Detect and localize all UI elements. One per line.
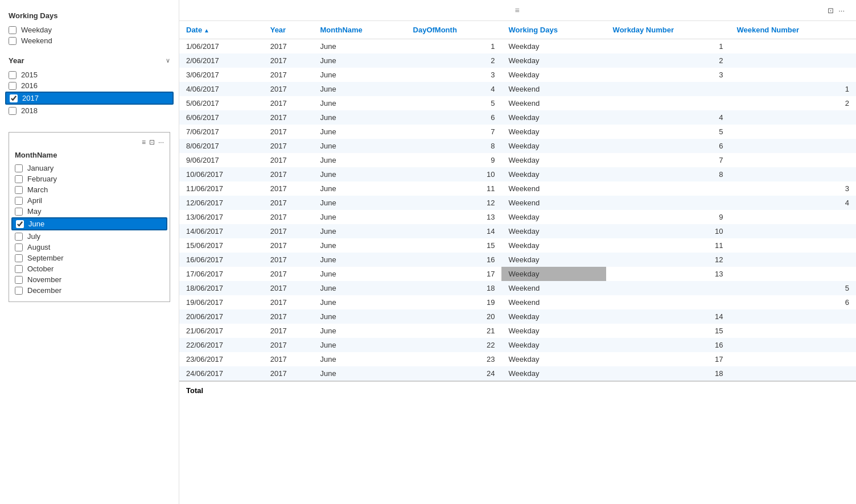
month-july-checkbox[interactable] (15, 233, 23, 241)
table-cell: 2017 (264, 309, 314, 324)
table-cell: 18/06/2017 (179, 281, 264, 295)
col-year[interactable]: Year (264, 21, 314, 39)
year-chevron-icon[interactable]: ∨ (166, 57, 170, 64)
month-may-checkbox[interactable] (15, 208, 23, 216)
table-row: 1/06/20172017June1Weekday1 (179, 39, 856, 54)
table-cell: Weekday (501, 139, 606, 153)
table-cell (730, 153, 856, 167)
month-december-checkbox[interactable] (15, 287, 23, 295)
table-cell: 9 (406, 153, 502, 167)
month-february-checkbox[interactable] (15, 175, 23, 183)
table-cell (606, 82, 730, 96)
table-cell: 14 (406, 224, 502, 238)
month-august-checkbox[interactable] (15, 243, 23, 251)
top-bar: ≡ ⊡ ··· (179, 0, 856, 21)
month-october-checkbox[interactable] (15, 265, 23, 273)
month-december-item[interactable]: December (15, 285, 164, 296)
table-cell (730, 253, 856, 267)
table-cell: 2017 (264, 167, 314, 181)
col-weekend-number[interactable]: Weekend Number (730, 21, 856, 39)
table-cell: 7/06/2017 (179, 125, 264, 139)
table-cell (730, 238, 856, 253)
col-date[interactable]: Date (179, 21, 264, 39)
maximize-window-icon[interactable]: ⊡ (828, 6, 834, 15)
footer-empty-2 (313, 381, 406, 399)
month-january-checkbox[interactable] (15, 164, 23, 172)
table-cell (730, 39, 856, 54)
table-header-row: Date Year MonthName DayOfMonth Working D… (179, 21, 856, 39)
table-cell: Weekday (501, 210, 606, 224)
month-november-item[interactable]: November (15, 274, 164, 285)
year-2017-checkbox[interactable] (10, 94, 18, 102)
table-cell: 1 (730, 82, 856, 96)
col-working-days[interactable]: Working Days (501, 21, 606, 39)
month-september-item[interactable]: September (15, 253, 164, 263)
table-cell: Weekday (501, 309, 606, 324)
month-february-item[interactable]: February (15, 173, 164, 184)
table-footer-row: Total (179, 381, 856, 399)
table-cell: 5 (606, 125, 730, 139)
year-2017-item[interactable]: 2017 (5, 92, 174, 105)
weekend-checkbox[interactable] (9, 37, 17, 45)
table-cell: 17 (406, 267, 502, 281)
month-list-icon[interactable]: ≡ (142, 138, 146, 146)
month-june-item[interactable]: June (11, 217, 167, 230)
year-2018-checkbox[interactable] (9, 107, 17, 115)
month-march-item[interactable]: March (15, 184, 164, 195)
table-cell: 10/06/2017 (179, 167, 264, 181)
col-workday-number[interactable]: Workday Number (606, 21, 730, 39)
year-2018-label: 2018 (21, 106, 38, 115)
year-2016-checkbox[interactable] (9, 82, 17, 90)
month-september-checkbox[interactable] (15, 254, 23, 262)
data-table-container[interactable]: Date Year MonthName DayOfMonth Working D… (179, 21, 856, 504)
month-april-checkbox[interactable] (15, 197, 23, 205)
table-cell: 6 (406, 110, 502, 125)
table-row: 18/06/20172017June18Weekend5 (179, 281, 856, 295)
year-2015-item[interactable]: 2015 (9, 69, 170, 80)
table-cell: 24/06/2017 (179, 366, 264, 381)
month-august-label: August (27, 243, 50, 251)
weekday-checkbox[interactable] (9, 26, 17, 34)
table-row: 24/06/20172017June24Weekday18 (179, 366, 856, 381)
table-cell: Weekend (501, 295, 606, 309)
table-row: 15/06/20172017June15Weekday11 (179, 238, 856, 253)
month-september-label: September (27, 254, 64, 262)
table-cell: 18 (606, 366, 730, 381)
year-filter-header: Year ∨ (9, 56, 170, 65)
table-cell: 2017 (264, 295, 314, 309)
month-june-checkbox[interactable] (16, 220, 24, 228)
month-april-item[interactable]: April (15, 195, 164, 206)
weekday-filter-item[interactable]: Weekday (9, 24, 170, 35)
table-cell: 8 (606, 167, 730, 181)
month-january-item[interactable]: January (15, 163, 164, 173)
month-october-item[interactable]: October (15, 263, 164, 274)
table-cell: 2017 (264, 253, 314, 267)
year-2015-checkbox[interactable] (9, 71, 17, 79)
year-2018-item[interactable]: 2018 (9, 105, 170, 116)
table-cell: 2017 (264, 196, 314, 210)
table-cell: 5 (406, 96, 502, 110)
col-dayofmonth[interactable]: DayOfMonth (406, 21, 502, 39)
month-maximize-icon[interactable]: ⊡ (149, 138, 155, 146)
month-june-label: June (28, 220, 44, 228)
month-july-item[interactable]: July (15, 231, 164, 242)
more-options-icon[interactable]: ··· (838, 6, 845, 15)
month-march-checkbox[interactable] (15, 186, 23, 194)
table-cell: 7 (406, 125, 502, 139)
weekend-filter-item[interactable]: Weekend (9, 35, 170, 46)
table-cell: Weekday (501, 253, 606, 267)
table-cell: Weekend (501, 281, 606, 295)
table-cell: 9/06/2017 (179, 153, 264, 167)
table-cell: Weekday (501, 352, 606, 366)
year-2016-item[interactable]: 2016 (9, 80, 170, 91)
month-more-icon[interactable]: ··· (158, 138, 164, 146)
table-cell: 13 (406, 210, 502, 224)
month-may-item[interactable]: May (15, 206, 164, 217)
top-bar-actions: ⊡ ··· (828, 6, 845, 15)
col-monthname[interactable]: MonthName (313, 21, 406, 39)
table-cell: 1/06/2017 (179, 39, 264, 54)
month-november-checkbox[interactable] (15, 276, 23, 284)
month-august-item[interactable]: August (15, 242, 164, 253)
table-row: 14/06/20172017June14Weekday10 (179, 224, 856, 238)
table-cell: 11 (406, 181, 502, 196)
